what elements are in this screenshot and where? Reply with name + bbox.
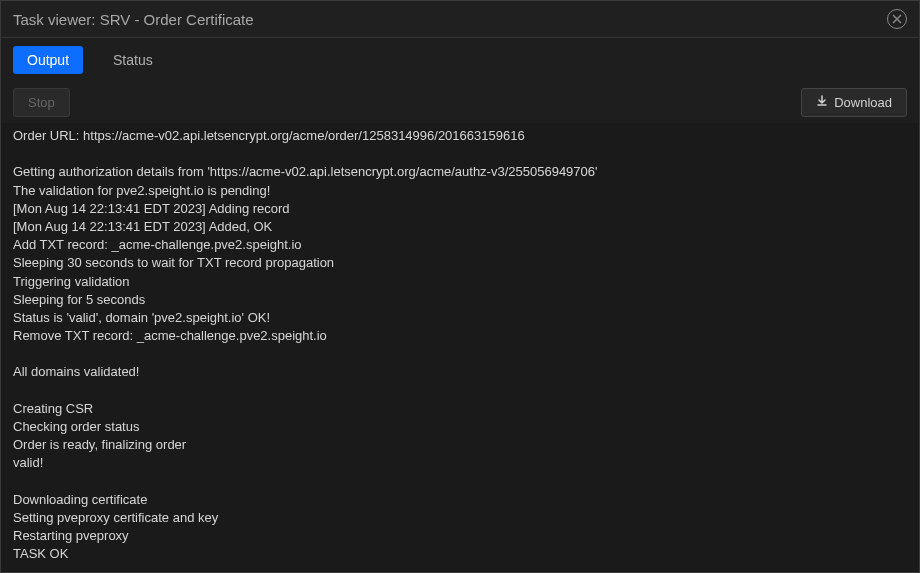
window-title: Task viewer: SRV - Order Certificate	[13, 11, 254, 28]
task-viewer-window: Task viewer: SRV - Order Certificate Out…	[0, 0, 920, 573]
download-icon	[816, 95, 828, 110]
stop-button-label: Stop	[28, 95, 55, 110]
download-button-label: Download	[834, 95, 892, 110]
download-button[interactable]: Download	[801, 88, 907, 117]
tab-output[interactable]: Output	[13, 46, 83, 74]
output-log[interactable]: Order URL: https://acme-v02.api.letsencr…	[1, 123, 919, 572]
stop-button[interactable]: Stop	[13, 88, 70, 117]
tab-bar: Output Status	[1, 38, 919, 82]
title-bar: Task viewer: SRV - Order Certificate	[1, 1, 919, 38]
toolbar: Stop Download	[1, 82, 919, 123]
tab-status[interactable]: Status	[99, 46, 167, 74]
close-icon[interactable]	[887, 9, 907, 29]
